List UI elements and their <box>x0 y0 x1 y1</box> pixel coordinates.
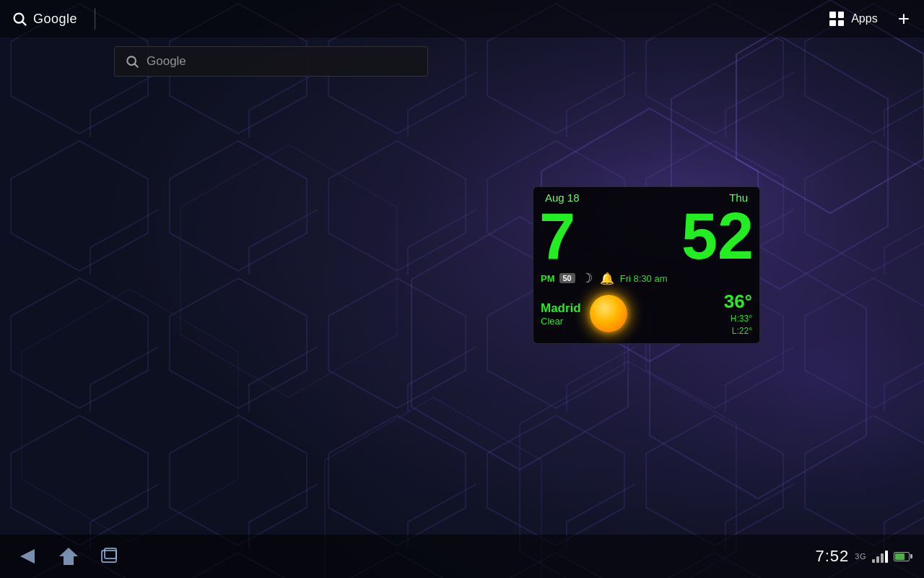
widget-city: Madrid <box>541 301 581 316</box>
widget-temp-low: L:22° <box>724 325 752 337</box>
widget-temp-high: H:33° <box>724 313 752 325</box>
widget-city-block: Madrid Clear <box>541 301 581 327</box>
hex-grid-background <box>0 0 924 578</box>
widget-alarm-time: Fri 8:30 am <box>620 273 668 284</box>
svg-point-16 <box>127 56 136 65</box>
apps-grid-icon <box>829 12 844 26</box>
svg-line-17 <box>135 64 139 68</box>
svg-marker-18 <box>20 549 35 564</box>
search-icon-top <box>12 11 27 27</box>
top-bar: Google Apps + <box>0 0 924 38</box>
search-widget[interactable]: Google <box>114 46 428 77</box>
widget-temp-block: 36° H:33° L:22° <box>724 290 752 337</box>
add-button[interactable]: + <box>889 6 918 32</box>
home-icon <box>58 546 79 566</box>
home-button[interactable] <box>58 546 79 566</box>
svg-point-14 <box>14 14 24 23</box>
apps-button[interactable]: Apps <box>818 6 889 32</box>
status-network: 3G <box>855 552 866 561</box>
nav-buttons <box>14 546 120 566</box>
widget-time-row: 7 52 <box>533 204 759 269</box>
battery-icon <box>894 552 910 561</box>
back-button[interactable] <box>14 546 38 566</box>
recents-icon <box>100 546 120 566</box>
status-bar: 7:52 3G <box>815 547 910 566</box>
widget-ampm: PM <box>541 273 555 284</box>
alarm-icon: 🔔 <box>600 272 614 285</box>
search-widget-placeholder: Google <box>147 54 417 69</box>
signal-strength-icon <box>872 551 888 563</box>
svg-rect-13 <box>0 0 924 578</box>
top-right-actions: Apps + <box>818 6 924 32</box>
status-time: 7:52 <box>815 547 849 566</box>
widget-sun-icon <box>590 295 627 332</box>
widget-condition: Clear <box>541 316 581 327</box>
widget-hour: 7 <box>539 204 575 269</box>
recents-button[interactable] <box>100 546 120 566</box>
widget-minute: 52 <box>681 204 754 269</box>
google-label-top: Google <box>33 12 77 27</box>
svg-marker-19 <box>59 548 78 565</box>
svg-line-15 <box>22 22 26 25</box>
top-bar-divider <box>95 8 95 30</box>
moon-icon: ☽ <box>581 270 593 286</box>
widget-bottom-row: Madrid Clear 36° H:33° L:22° <box>533 289 759 343</box>
apps-label: Apps <box>851 12 877 25</box>
back-icon <box>14 546 38 566</box>
widget-volume-badge: 50 <box>559 273 575 283</box>
google-search-bar-top[interactable]: Google <box>0 0 89 38</box>
widget-temperature: 36° <box>724 290 752 313</box>
search-widget-icon <box>125 54 139 69</box>
bottom-bar: 7:52 3G <box>0 535 924 578</box>
weather-clock-widget[interactable]: Aug 18 Thu 7 52 PM 50 ☽ 🔔 Fri 8:30 am Ma… <box>533 186 760 344</box>
